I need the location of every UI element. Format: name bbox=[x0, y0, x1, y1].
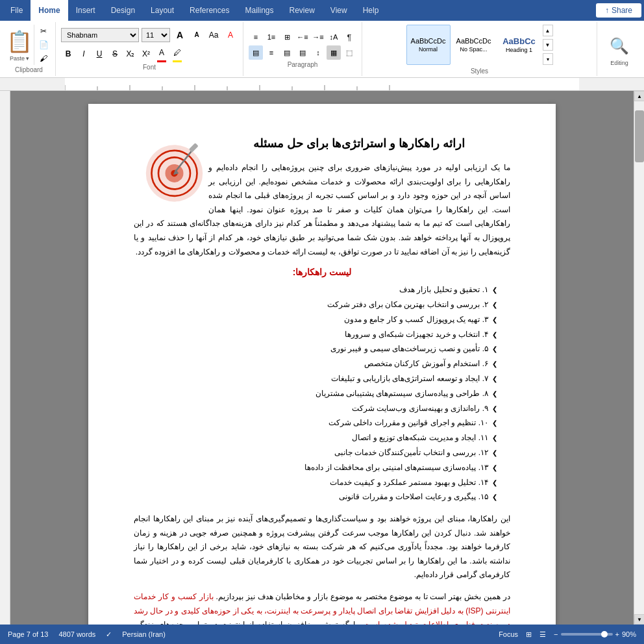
clear-format-button[interactable]: A bbox=[223, 28, 238, 42]
styles-group: AaBbCcDc Normal AaBbCcDc No Spac... AaBb… bbox=[362, 22, 597, 76]
spelling-icon[interactable]: ✓ bbox=[106, 630, 112, 639]
share-button[interactable]: ↑ Share bbox=[596, 3, 641, 18]
paste-label: Paste bbox=[10, 55, 25, 62]
ruler-inner bbox=[65, 78, 579, 90]
zoom-slider[interactable] bbox=[561, 633, 613, 636]
decrease-font-button[interactable]: A bbox=[190, 28, 204, 42]
ruler-marks bbox=[65, 78, 579, 90]
copy-button[interactable]: 📄 bbox=[37, 38, 50, 51]
style-h1-preview: AaBbCc bbox=[502, 36, 536, 47]
ribbon-toolbar: 📋 Paste ▾ ✂ 📄 🖌 Clipboard Shabnam bbox=[0, 21, 644, 78]
styles-scroll-up[interactable]: ▲ bbox=[543, 25, 553, 36]
paste-button[interactable]: 📋 bbox=[8, 28, 31, 55]
list-item: ۹. راه‌اندازی و بهینه‌سازی وب‌سایت شرکت bbox=[134, 401, 497, 416]
list-item: ۷. ایجاد و توسعه استراتژی‌های بازاریابی … bbox=[134, 371, 497, 386]
word-count: 4807 words bbox=[58, 630, 95, 638]
justify-button[interactable]: ▤ bbox=[295, 45, 310, 60]
ribbon-tabs: File Home Insert Design Layout Reference… bbox=[0, 0, 644, 21]
tab-help[interactable]: Help bbox=[355, 0, 387, 21]
shading-button[interactable]: ▦ bbox=[327, 45, 341, 60]
focus-icon: ⊞ bbox=[526, 630, 532, 639]
language[interactable]: Persian (Iran) bbox=[122, 630, 166, 638]
ruler bbox=[0, 78, 644, 91]
editing-label: Editing bbox=[610, 60, 628, 66]
style-normal-preview: AaBbCcDc bbox=[411, 37, 446, 45]
zoom-control: − + 90% bbox=[554, 630, 636, 638]
solutions-list: ۱. تحقیق و تحلیل بازار هدف ۲. بررسی و ان… bbox=[134, 282, 497, 504]
font-color-wrapper: A bbox=[155, 45, 169, 62]
paragraph-3: در همین بخش بهتر است تا به موضوع مختصر ب… bbox=[134, 590, 510, 625]
tab-layout[interactable]: Layout bbox=[143, 0, 182, 21]
highlight-color-wrapper: 🖊 bbox=[170, 45, 184, 62]
highlight-button[interactable]: 🖊 bbox=[170, 45, 184, 60]
style-nospace-preview: AaBbCcDc bbox=[456, 37, 491, 45]
sort-button[interactable]: ↕A bbox=[327, 30, 341, 44]
style-normal[interactable]: AaBbCcDc Normal bbox=[406, 25, 451, 65]
subscript-button[interactable]: X₂ bbox=[123, 47, 138, 61]
document-wrapper[interactable]: ارائه راهکارها و استراتژی‌ها برای حل مسئ… bbox=[10, 91, 634, 625]
font-size-select[interactable]: 11 bbox=[142, 28, 170, 42]
paragraph-2: این راهکارها، مبنای این پروژه خواهند بود… bbox=[134, 512, 510, 582]
content-area: ارائه راهکارها و استراتژی‌ها برای حل مسئ… bbox=[0, 91, 644, 625]
numbering-button[interactable]: 1≡ bbox=[264, 30, 279, 44]
format-painter-button[interactable]: 🖌 bbox=[37, 53, 50, 65]
show-marks-button[interactable]: ¶ bbox=[342, 30, 356, 44]
tab-file[interactable]: File bbox=[3, 0, 31, 21]
underline-button[interactable]: U bbox=[92, 47, 106, 61]
line-spacing-button[interactable]: ↕ bbox=[311, 45, 325, 60]
zoom-in-button[interactable]: + bbox=[615, 630, 619, 638]
style-heading1[interactable]: AaBbCc Heading 1 bbox=[497, 25, 541, 65]
bullets-button[interactable]: ≡ bbox=[249, 30, 263, 44]
find-button[interactable]: 🔍 bbox=[608, 32, 631, 60]
font-name-select[interactable]: Shabnam bbox=[61, 28, 139, 42]
tab-home[interactable]: Home bbox=[31, 0, 68, 21]
list-item: ۱۱. ایجاد و مدیریت شبکه‌های توزیع و اتصا… bbox=[134, 430, 497, 445]
view-icon: ☰ bbox=[539, 630, 546, 639]
zoom-slider-thumb bbox=[601, 631, 608, 638]
tab-insert[interactable]: Insert bbox=[68, 0, 103, 21]
tab-references[interactable]: References bbox=[182, 0, 237, 21]
scroll-down-arrow[interactable]: ▼ bbox=[634, 614, 644, 625]
change-case-button[interactable]: Aa bbox=[206, 28, 221, 42]
tab-design[interactable]: Design bbox=[103, 0, 143, 21]
zoom-out-button[interactable]: − bbox=[554, 630, 558, 638]
cut-button[interactable]: ✂ bbox=[37, 25, 50, 37]
style-no-spacing[interactable]: AaBbCcDc No Spac... bbox=[452, 25, 496, 65]
paste-dropdown-icon[interactable]: ▾ bbox=[26, 55, 29, 62]
focus-label[interactable]: Focus bbox=[499, 630, 518, 638]
scrollbar-right[interactable]: ▲ ▼ bbox=[634, 91, 644, 625]
tab-review[interactable]: Review bbox=[281, 0, 322, 21]
increase-indent-button[interactable]: →≡ bbox=[311, 30, 325, 44]
target-svg bbox=[140, 136, 208, 204]
para3-start: در همین بخش بهتر است تا به موضوع مختصر ب… bbox=[214, 592, 510, 601]
list-item: ۳. تهیه یک پروپوزال کسب و کار جامع و مدو… bbox=[134, 312, 497, 327]
scroll-up-arrow[interactable]: ▲ bbox=[634, 91, 644, 101]
scroll-thumb[interactable] bbox=[635, 110, 644, 162]
multilevel-list-button[interactable]: ⊞ bbox=[280, 30, 294, 44]
align-center-button[interactable]: ≡ bbox=[264, 45, 279, 60]
font-color-button[interactable]: A bbox=[155, 45, 169, 60]
align-left-button[interactable]: ▤ bbox=[249, 45, 263, 60]
increase-font-button[interactable]: A bbox=[173, 28, 187, 42]
align-right-button[interactable]: ▤ bbox=[280, 45, 294, 60]
style-nospace-label: No Spac... bbox=[460, 46, 487, 53]
superscript-button[interactable]: X² bbox=[139, 47, 153, 61]
tab-mailings[interactable]: Mailings bbox=[237, 0, 281, 21]
tab-view[interactable]: View bbox=[323, 0, 355, 21]
share-icon: ↑ bbox=[605, 6, 609, 15]
clipboard-group: 📋 Paste ▾ ✂ 📄 🖌 Clipboard bbox=[3, 22, 56, 76]
target-illustration bbox=[140, 136, 208, 204]
italic-button[interactable]: I bbox=[77, 47, 91, 61]
font-group: Shabnam 11 A A Aa A B I U S X₂ X² A bbox=[56, 22, 243, 76]
clipboard-label: Clipboard bbox=[15, 66, 43, 73]
document-page: ارائه راهکارها و استراتژی‌ها برای حل مسئ… bbox=[88, 104, 556, 625]
decrease-indent-button[interactable]: ←≡ bbox=[295, 30, 310, 44]
styles-expand[interactable]: ▾ bbox=[543, 53, 553, 65]
styles-label: Styles bbox=[471, 68, 488, 75]
borders-button[interactable]: ⬚ bbox=[342, 45, 356, 60]
list-item: ۱۲. بررسی و انتخاب تأمین‌کنندگان خدمات ج… bbox=[134, 445, 497, 460]
styles-scroll-down[interactable]: ▼ bbox=[543, 39, 553, 51]
list-item: ۱. تحقیق و تحلیل بازار هدف bbox=[134, 282, 497, 297]
bold-button[interactable]: B bbox=[61, 47, 75, 61]
strikethrough-button[interactable]: S bbox=[108, 47, 122, 61]
